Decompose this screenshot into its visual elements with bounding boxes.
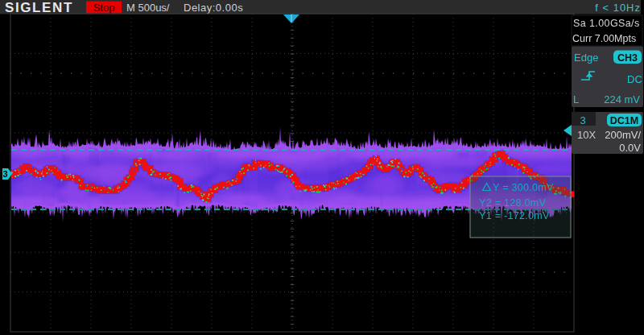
svg-text:Y = 300.0mV: Y = 300.0mV [493, 182, 554, 193]
svg-text:Curr 7.00Mpts: Curr 7.00Mpts [572, 33, 636, 44]
svg-text:f < 10Hz: f < 10Hz [595, 2, 641, 14]
svg-text:L: L [573, 93, 579, 105]
svg-text:CH3: CH3 [617, 52, 638, 64]
svg-text:DC: DC [627, 73, 642, 85]
svg-text:Y1 = -172.0mV: Y1 = -172.0mV [479, 210, 550, 221]
svg-text:DC1M: DC1M [610, 115, 638, 126]
svg-text:Y2 = 128.0mV: Y2 = 128.0mV [479, 197, 547, 209]
svg-text:3: 3 [2, 169, 7, 179]
svg-text:Sa 1.00GSa/s: Sa 1.00GSa/s [573, 18, 640, 29]
svg-text:M 500us/: M 500us/ [126, 2, 170, 14]
svg-text:Edge: Edge [574, 52, 598, 64]
svg-text:0.0V: 0.0V [619, 142, 641, 154]
svg-text:Delay:0.00s: Delay:0.00s [184, 2, 243, 14]
svg-text:10X: 10X [577, 129, 596, 141]
svg-text:SIGLENT: SIGLENT [5, 0, 73, 15]
svg-text:Stop: Stop [93, 2, 115, 14]
svg-text:224 mV: 224 mV [604, 93, 640, 105]
svg-text:3: 3 [580, 114, 585, 126]
svg-text:200mV/: 200mV/ [605, 129, 641, 141]
